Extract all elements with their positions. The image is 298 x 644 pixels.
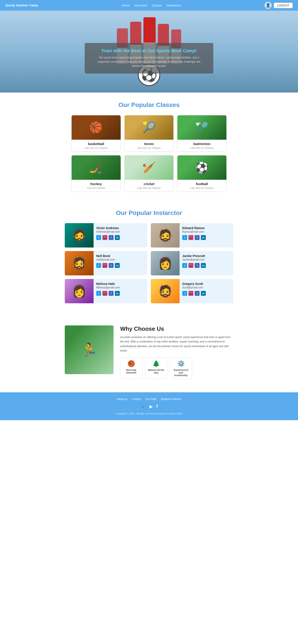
class-sub-tennis: Lets See our Classes xyxy=(126,146,172,149)
instructor-card-edward: 🧔 Edward Ramos Ramos@mail.com t 📷 f in xyxy=(151,223,233,248)
diversity-icon: 🏀 xyxy=(127,360,135,367)
why-card-natural: 🌲 Natural all the way xyxy=(145,358,167,379)
class-sub-hockey: Lets our Classes xyxy=(73,186,119,189)
class-card-football[interactable]: ⚽ football Lets See our Classes xyxy=(177,155,227,192)
twitter-icon-edward[interactable]: t xyxy=(182,235,187,240)
class-img-tennis: 🎾 xyxy=(125,115,174,140)
class-title-basketball: basketball xyxy=(73,142,119,146)
facebook-icon-neil[interactable]: f xyxy=(109,263,113,268)
instructor-card-jackie: 👩 Jackie Prescott Jackie@ymail.com t 📷 f… xyxy=(151,251,233,276)
instructor-photo-victor: 🧔 xyxy=(65,223,94,248)
experienced-label: Experienced and trustworthy xyxy=(172,368,190,376)
instructor-name-victor: Victor Andrews xyxy=(96,226,120,230)
why-section: 🏃 Why Choose Us we pride ourselves on of… xyxy=(0,312,298,392)
facebook-icon-jackie[interactable]: f xyxy=(195,263,200,268)
experienced-icon: ⚙️ xyxy=(177,360,185,367)
nav-home[interactable]: Home xyxy=(122,4,129,7)
instagram-icon-melissa[interactable]: 📷 xyxy=(102,291,107,296)
footer-link-about[interactable]: About us xyxy=(117,398,127,401)
class-card-hockey[interactable]: 🏒 hockey Lets our Classes xyxy=(71,155,121,192)
footer-twitter-icon[interactable]: 🐦 xyxy=(140,404,146,409)
facebook-icon-gregory[interactable]: f xyxy=(195,291,200,296)
instructor-name-jackie: Jackie Prescott xyxy=(182,254,206,258)
twitter-icon-neil[interactable]: t xyxy=(96,263,101,268)
instructor-name-neil: Neil Beck xyxy=(96,254,120,258)
navbar-right: 👤 LOGOUT xyxy=(264,2,293,9)
instagram-icon-neil[interactable]: 📷 xyxy=(102,263,107,268)
class-title-football: football xyxy=(179,182,225,186)
class-img-hockey: 🏒 xyxy=(72,156,121,180)
classes-heading: Our Popular Classes xyxy=(5,102,293,108)
instructor-name-gregory: Gregory Scott xyxy=(182,282,206,286)
class-title-hockey: hockey xyxy=(73,182,119,186)
diversity-label: Diversity abounds xyxy=(122,368,140,374)
instructor-photo-edward: 🧔 xyxy=(151,223,180,248)
instructors-grid: 🧔 Victor Andrews Andrews@mail.com t 📷 f … xyxy=(65,223,233,303)
why-content: Why Choose Us we pride ourselves on offe… xyxy=(120,326,233,379)
instructor-card-gregory: 🧔 Gregory Scott Scott@ymail.com t 📷 f in xyxy=(151,279,233,303)
instructor-name-edward: Edward Ramos xyxy=(182,226,206,230)
class-sub-cricket: Lets See our Classes xyxy=(126,186,172,189)
instructor-email-neil: neil@ymail.com xyxy=(96,258,120,261)
hero-title: Train with the Best at Our Sports Boot C… xyxy=(94,48,204,53)
instructor-social-edward: t 📷 f in xyxy=(182,235,206,240)
linkedin-icon-neil[interactable]: in xyxy=(115,263,120,268)
footer-copyright: Copyright © 2023 - All right reserved by… xyxy=(5,412,293,415)
twitter-icon-gregory[interactable]: t xyxy=(182,291,187,296)
class-card-cricket[interactable]: 🏏 cricket Lets See our Classes xyxy=(124,155,174,192)
class-card-badminton[interactable]: 🏸 badminton Lets See our Classes xyxy=(177,115,227,152)
class-sub-football: Lets See our Classes xyxy=(179,186,225,189)
class-img-basketball: 🏀 xyxy=(72,115,121,140)
instagram-icon-gregory[interactable]: 📷 xyxy=(189,291,193,296)
facebook-icon-melissa[interactable]: f xyxy=(109,291,113,296)
why-card-diversity: 🏀 Diversity abounds xyxy=(120,358,142,379)
nav-instructors[interactable]: Instructors xyxy=(134,4,147,7)
facebook-icon-edward[interactable]: f xyxy=(195,235,200,240)
navbar-brand: Sporty Summer Camp xyxy=(5,4,38,7)
why-layout: 🏃 Why Choose Us we pride ourselves on of… xyxy=(65,321,233,384)
class-card-basketball[interactable]: 🏀 basketball Lets See our Classes xyxy=(71,115,121,152)
instructor-social-jackie: t 📷 f in xyxy=(182,263,206,268)
instructor-email-victor: Andrews@mail.com xyxy=(96,230,120,233)
hero-overlay: Train with the Best at Our Sports Boot C… xyxy=(85,43,213,74)
classes-heading-accent: Classes xyxy=(156,102,180,108)
linkedin-icon-melissa[interactable]: in xyxy=(115,291,120,296)
classes-heading-plain: Our Popular xyxy=(118,102,156,108)
natural-icon: 🌲 xyxy=(152,360,160,367)
logout-button[interactable]: LOGOUT xyxy=(274,3,293,8)
instagram-icon-jackie[interactable]: 📷 xyxy=(189,263,193,268)
instructors-heading-accent: Instarctor xyxy=(154,210,182,216)
footer-youtube-icon[interactable]: ▶ xyxy=(150,404,153,409)
class-img-football: ⚽ xyxy=(177,156,226,180)
class-title-tennis: tennis xyxy=(126,142,172,146)
instagram-icon-edward[interactable]: 📷 xyxy=(189,235,193,240)
linkedin-icon-gregory[interactable]: in xyxy=(201,291,206,296)
footer-link-contact[interactable]: Contact xyxy=(132,398,141,401)
linkedin-icon-victor[interactable]: in xyxy=(115,235,120,240)
instructor-email-melissa: Melissa@ymail.com xyxy=(96,286,120,289)
instagram-icon-victor[interactable]: 📷 xyxy=(102,235,107,240)
nav-dashboard[interactable]: Dashboard xyxy=(167,4,181,7)
facebook-icon-victor[interactable]: f xyxy=(109,235,113,240)
nav-classes[interactable]: Classes xyxy=(152,4,162,7)
footer-link-goal[interactable]: Our Goal xyxy=(145,398,156,401)
footer-social: 🐦 ▶ f xyxy=(5,404,293,409)
linkedin-icon-edward[interactable]: in xyxy=(201,235,206,240)
instructor-email-edward: Ramos@mail.com xyxy=(182,230,206,233)
twitter-icon-melissa[interactable]: t xyxy=(96,291,101,296)
instructor-social-victor: t 📷 f in xyxy=(96,235,120,240)
class-title-badminton: badminton xyxy=(179,142,225,146)
linkedin-icon-jackie[interactable]: in xyxy=(201,263,206,268)
instructor-name-melissa: Melissa Hale xyxy=(96,282,120,286)
footer-facebook-icon[interactable]: f xyxy=(156,404,158,409)
classes-section: Our Popular Classes 🏀 basketball Lets Se… xyxy=(0,92,298,200)
why-title: Why Choose Us xyxy=(120,326,233,332)
class-sub-basketball: Lets See our Classes xyxy=(73,146,119,149)
instructor-photo-jackie: 👩 xyxy=(151,251,180,276)
twitter-icon-jackie[interactable]: t xyxy=(182,263,187,268)
class-img-badminton: 🏸 xyxy=(177,115,226,140)
footer-link-review[interactable]: Student's Review xyxy=(161,398,181,401)
class-title-cricket: cricket xyxy=(126,182,172,186)
class-card-tennis[interactable]: 🎾 tennis Lets See our Classes xyxy=(124,115,174,152)
twitter-icon-victor[interactable]: t xyxy=(96,235,101,240)
